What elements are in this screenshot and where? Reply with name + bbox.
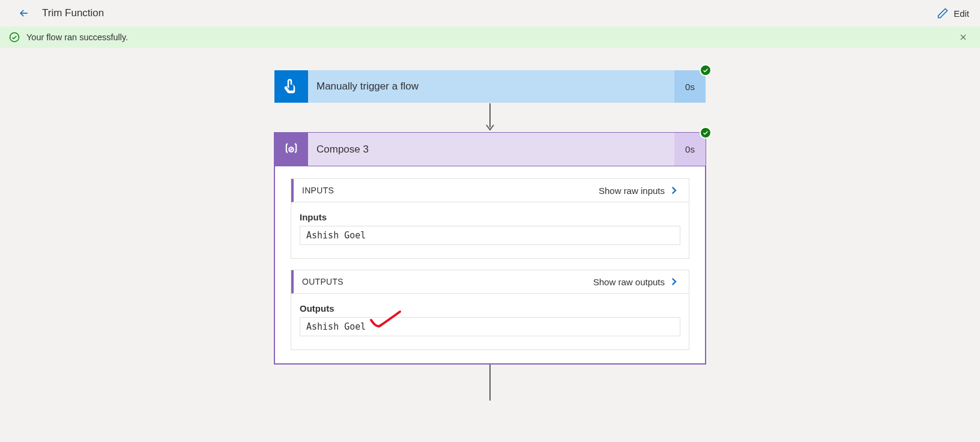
- page-title: Trim Function: [42, 7, 104, 19]
- raw-inputs-label: Show raw inputs: [599, 186, 665, 196]
- show-raw-outputs-link[interactable]: Show raw outputs: [593, 276, 679, 287]
- compose-success-badge: [700, 127, 712, 139]
- connector-1: [485, 103, 495, 132]
- trigger-card: Manually trigger a flow 0s: [274, 70, 706, 103]
- arrow-left-icon: [18, 7, 30, 19]
- compose-icon-box: [274, 133, 308, 166]
- braces-icon: [283, 141, 300, 158]
- compose-card-header[interactable]: Compose 3 0s: [274, 132, 706, 166]
- connector-2: [485, 365, 495, 401]
- inputs-panel: INPUTS Show raw inputs Inputs Ashish Goe…: [291, 178, 689, 259]
- inputs-header-label: INPUTS: [302, 186, 334, 195]
- trigger-success-badge: [700, 64, 712, 76]
- outputs-value: Ashish Goel: [300, 317, 680, 336]
- success-banner: Your flow ran successfully.: [0, 26, 980, 48]
- trigger-card-header[interactable]: Manually trigger a flow 0s: [274, 70, 706, 103]
- check-icon: [702, 129, 709, 136]
- compose-duration: 0s: [674, 133, 706, 166]
- check-circle-icon: [8, 31, 20, 43]
- flow-canvas: Manually trigger a flow 0s: [0, 48, 980, 442]
- trigger-icon-box: [274, 70, 308, 103]
- chevron-right-icon: [668, 185, 679, 196]
- outputs-body: Outputs Ashish Goel: [291, 294, 689, 350]
- trigger-title: Manually trigger a flow: [308, 70, 674, 103]
- back-button[interactable]: [17, 6, 31, 20]
- inputs-body: Inputs Ashish Goel: [291, 202, 689, 258]
- show-raw-inputs-link[interactable]: Show raw inputs: [599, 185, 679, 196]
- outputs-header: OUTPUTS Show raw outputs: [291, 270, 689, 294]
- canvas-scroll[interactable]: Manually trigger a flow 0s: [0, 48, 980, 442]
- check-icon: [702, 67, 709, 74]
- chevron-right-icon: [668, 276, 679, 287]
- banner-left: Your flow ran successfully.: [8, 31, 128, 43]
- pencil-icon: [937, 7, 949, 19]
- app-root: Trim Function Edit Your flow ran success…: [0, 0, 980, 442]
- trigger-duration: 0s: [674, 70, 706, 103]
- outputs-header-label: OUTPUTS: [302, 277, 343, 286]
- line-down-icon: [485, 365, 495, 401]
- topbar: Trim Function Edit: [0, 0, 980, 26]
- compose-title: Compose 3: [308, 133, 674, 166]
- edit-label: Edit: [954, 8, 969, 19]
- inputs-field-label: Inputs: [300, 212, 680, 222]
- banner-message: Your flow ran successfully.: [26, 32, 128, 42]
- edit-button[interactable]: Edit: [937, 7, 969, 19]
- inputs-value: Ashish Goel: [300, 226, 680, 245]
- touch-icon: [282, 77, 300, 95]
- close-banner-button[interactable]: [955, 29, 972, 46]
- topbar-left: Trim Function: [17, 6, 104, 20]
- compose-body: INPUTS Show raw inputs Inputs Ashish Goe…: [274, 166, 706, 365]
- raw-outputs-label: Show raw outputs: [593, 277, 665, 287]
- outputs-field-label: Outputs: [300, 303, 680, 313]
- arrow-down-icon: [485, 103, 495, 132]
- outputs-panel: OUTPUTS Show raw outputs Outputs: [291, 270, 689, 350]
- svg-point-0: [10, 33, 19, 42]
- outputs-value-text: Ashish Goel: [306, 321, 366, 332]
- close-icon: [958, 32, 968, 42]
- compose-card: Compose 3 0s INPUTS Show raw: [274, 132, 706, 365]
- inputs-header: INPUTS Show raw inputs: [291, 179, 689, 202]
